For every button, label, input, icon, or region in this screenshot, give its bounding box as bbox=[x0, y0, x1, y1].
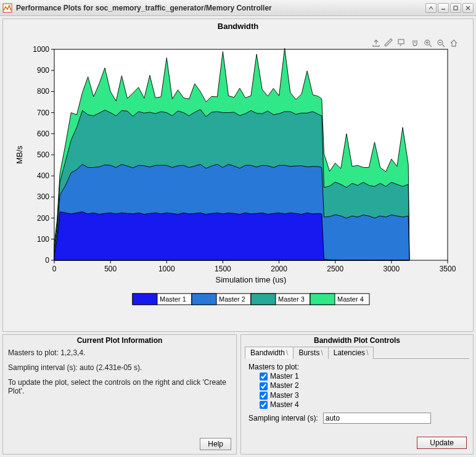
svg-text:3500: 3500 bbox=[440, 265, 456, 273]
controls-header: Bandwidth Plot Controls bbox=[241, 335, 473, 346]
update-button[interactable]: Update bbox=[417, 437, 467, 449]
svg-text:Master 2: Master 2 bbox=[219, 295, 245, 303]
sampling-label: Sampling interval (s): bbox=[248, 414, 318, 422]
pan-icon[interactable] bbox=[409, 38, 421, 49]
svg-text:500: 500 bbox=[37, 150, 49, 159]
svg-text:100: 100 bbox=[37, 235, 49, 244]
zoomout-icon[interactable] bbox=[435, 38, 446, 49]
info-body: Masters to plot: 1,2,3,4. Sampling inter… bbox=[3, 346, 236, 404]
svg-text:300: 300 bbox=[37, 192, 49, 201]
svg-text:800: 800 bbox=[37, 87, 49, 96]
svg-text:900: 900 bbox=[37, 66, 49, 75]
chart-title: Bandwidth bbox=[3, 19, 473, 31]
svg-rect-2 bbox=[454, 6, 458, 10]
datatip-icon[interactable] bbox=[396, 38, 408, 49]
svg-text:700: 700 bbox=[37, 109, 49, 117]
svg-text:0: 0 bbox=[45, 256, 49, 265]
controls-body: Masters to plot: Master 1Master 2Master … bbox=[241, 359, 473, 427]
info-line-sampling: Sampling interval (s): auto (2.431e-05 s… bbox=[8, 363, 231, 372]
info-panel: Current Plot Information Masters to plot… bbox=[2, 334, 237, 455]
rollup-button[interactable] bbox=[425, 3, 437, 13]
controls-panel: Bandwidth Plot Controls Bandwidth\Bursts… bbox=[240, 334, 474, 455]
svg-text:400: 400 bbox=[37, 171, 49, 180]
svg-text:Master 3: Master 3 bbox=[278, 295, 305, 303]
master-checkbox-1[interactable]: Master 1 bbox=[260, 372, 466, 381]
svg-text:1000: 1000 bbox=[158, 265, 175, 273]
svg-text:1000: 1000 bbox=[33, 45, 49, 54]
info-line-masters: Masters to plot: 1,2,3,4. bbox=[8, 348, 231, 357]
titlebar: Performance Plots for soc_memory_traffic… bbox=[0, 0, 476, 16]
tab-bandwidth[interactable]: Bandwidth\ bbox=[245, 347, 293, 359]
svg-rect-57 bbox=[310, 294, 335, 305]
svg-text:1500: 1500 bbox=[215, 265, 231, 273]
home-icon[interactable] bbox=[448, 38, 459, 49]
svg-rect-51 bbox=[192, 294, 216, 305]
window-title: Performance Plots for soc_memory_traffic… bbox=[16, 4, 425, 12]
master-checkbox-2[interactable]: Master 2 bbox=[260, 381, 466, 390]
bottom-row: Current Plot Information Masters to plot… bbox=[2, 334, 474, 455]
svg-text:600: 600 bbox=[37, 130, 49, 138]
sampling-input[interactable] bbox=[323, 413, 431, 424]
export-icon[interactable] bbox=[371, 38, 382, 49]
svg-rect-54 bbox=[251, 294, 276, 305]
info-header: Current Plot Information bbox=[3, 335, 236, 346]
svg-text:Simulation time (us): Simulation time (us) bbox=[216, 275, 287, 284]
tab-bursts[interactable]: Bursts\ bbox=[293, 347, 328, 359]
content: Bandwidth 050010001500200025003000350001… bbox=[0, 16, 476, 457]
main-window: Performance Plots for soc_memory_traffic… bbox=[0, 0, 476, 457]
svg-text:MB/s: MB/s bbox=[15, 146, 24, 164]
svg-text:Master 1: Master 1 bbox=[160, 295, 186, 303]
bandwidth-chart: 0500100015002000250030003500010020030040… bbox=[10, 31, 466, 315]
close-button[interactable] bbox=[462, 3, 474, 13]
svg-text:2000: 2000 bbox=[271, 265, 287, 273]
zoomin-icon[interactable] bbox=[422, 38, 433, 49]
svg-text:Master 4: Master 4 bbox=[337, 295, 364, 303]
svg-text:200: 200 bbox=[37, 214, 49, 223]
svg-text:2500: 2500 bbox=[327, 265, 343, 273]
brush-icon[interactable] bbox=[384, 38, 395, 49]
chart-toolbar bbox=[371, 38, 459, 49]
app-icon bbox=[2, 3, 12, 13]
svg-rect-48 bbox=[133, 294, 157, 305]
window-buttons bbox=[425, 3, 474, 13]
svg-text:0: 0 bbox=[52, 265, 57, 273]
svg-rect-3 bbox=[398, 39, 404, 44]
maximize-button[interactable] bbox=[450, 3, 461, 13]
minimize-button[interactable] bbox=[438, 3, 449, 13]
plot-panel: Bandwidth 050010001500200025003000350001… bbox=[2, 19, 474, 332]
info-line-instruction: To update the plot, select the controls … bbox=[8, 378, 231, 395]
svg-text:3000: 3000 bbox=[384, 265, 400, 273]
svg-text:500: 500 bbox=[104, 265, 117, 273]
help-button[interactable]: Help bbox=[200, 438, 231, 450]
tab-row: Bandwidth\Bursts\Latencies\ bbox=[245, 346, 469, 359]
master-checkbox-4[interactable]: Master 4 bbox=[260, 400, 466, 409]
masters-label: Masters to plot: bbox=[248, 363, 466, 371]
master-checkbox-3[interactable]: Master 3 bbox=[260, 391, 466, 400]
tab-latencies[interactable]: Latencies\ bbox=[328, 347, 374, 359]
